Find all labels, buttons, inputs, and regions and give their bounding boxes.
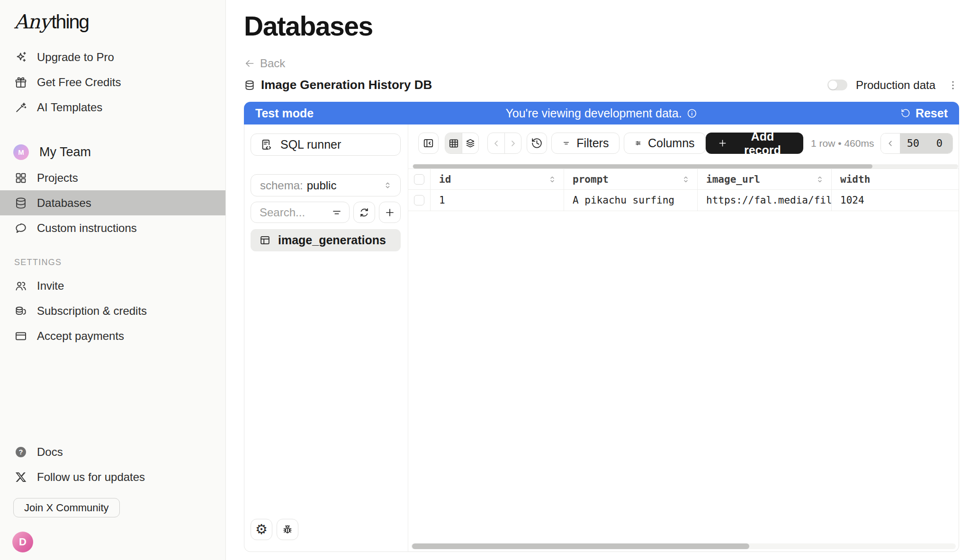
filters-button[interactable]: Filters	[551, 133, 620, 154]
refresh-tables-button[interactable]	[353, 202, 375, 223]
sidebar-item-label: Custom instructions	[37, 222, 137, 235]
add-record-button[interactable]: Add record	[706, 133, 803, 154]
grid-icon	[14, 171, 27, 185]
sidebar-item-label: Follow us for updates	[37, 471, 145, 484]
test-mode-label: Test mode	[255, 107, 314, 120]
team-avatar: M	[13, 144, 29, 160]
coins-icon	[14, 304, 27, 318]
production-data-toggle[interactable]	[827, 80, 847, 90]
database-icon	[244, 80, 255, 91]
cell-width[interactable]: 1024	[831, 190, 959, 211]
sql-runner-button[interactable]: SQL runner	[251, 133, 401, 156]
database-name: Image Generation History DB	[261, 78, 432, 92]
sidebar-item-follow-updates[interactable]: Follow us for updates	[0, 464, 225, 489]
search-input[interactable]	[260, 206, 331, 219]
sidebar-item-accept-payments[interactable]: Accept payments	[0, 323, 225, 348]
cell-prompt[interactable]: A pikachu surfing	[564, 190, 697, 211]
users-icon	[14, 279, 27, 293]
svg-text:?: ?	[19, 448, 23, 456]
column-header-width[interactable]: width	[831, 169, 959, 189]
pager-prev-button[interactable]	[881, 133, 900, 153]
panel-collapse-icon	[422, 137, 434, 149]
history-button[interactable]	[527, 133, 547, 154]
sidebar-item-upgrade-to-pro[interactable]: Upgrade to Pro	[0, 44, 225, 70]
next-page-button[interactable]	[504, 133, 521, 153]
scrollbar-thumb[interactable]	[413, 164, 872, 169]
sidebar-item-label: Get Free Credits	[37, 76, 121, 89]
sidebar-item-label: Databases	[37, 196, 91, 210]
file-code-icon	[260, 138, 273, 151]
sliders-icon	[635, 137, 642, 149]
reset-icon	[900, 108, 911, 118]
horizontal-scrollbar-top[interactable]	[413, 164, 958, 169]
sidebar-item-label: Projects	[37, 171, 78, 185]
database-title: Image Generation History DB	[244, 78, 432, 92]
select-all-cell	[408, 169, 430, 189]
sidebar-item-docs[interactable]: ? Docs	[0, 439, 225, 464]
reset-button[interactable]: Reset	[900, 107, 948, 120]
add-record-label: Add record	[734, 130, 791, 157]
info-icon[interactable]	[687, 108, 698, 119]
column-label: image_url	[706, 174, 760, 185]
sidebar-item-label: Docs	[37, 445, 63, 459]
row-checkbox[interactable]	[414, 195, 424, 205]
user-avatar[interactable]: D	[12, 532, 33, 552]
settings-button[interactable]: ⚙	[251, 519, 272, 540]
cell-image-url[interactable]: https://fal.media/file…	[697, 190, 831, 211]
sidebar-item-ai-templates[interactable]: AI Templates	[0, 95, 225, 120]
cell-id[interactable]: 1	[430, 190, 564, 211]
sidebar-item-get-free-credits[interactable]: Get Free Credits	[0, 70, 225, 95]
table-row[interactable]: 1 A pikachu surfing https://fal.media/fi…	[408, 190, 959, 211]
page-offset-value[interactable]: 0	[926, 133, 952, 153]
sidebar-item-label: Upgrade to Pro	[37, 51, 114, 64]
columns-button[interactable]: Columns	[624, 133, 705, 154]
team-switcher[interactable]: M My Team	[0, 139, 225, 165]
data-grid-area: Filters Columns Add record 1 row • 460ms	[408, 124, 959, 551]
back-link[interactable]: Back	[244, 57, 285, 70]
test-mode-banner: Test mode You're viewing development dat…	[244, 102, 959, 124]
sidebar-item-databases[interactable]: Databases	[0, 190, 225, 215]
sort-icon[interactable]	[815, 175, 825, 184]
table-list-item-image-generations[interactable]: image_generations	[251, 229, 401, 251]
column-label: width	[840, 174, 870, 185]
sort-icon[interactable]	[548, 175, 557, 184]
plus-icon	[384, 207, 395, 218]
refresh-icon	[359, 207, 370, 218]
column-header-prompt[interactable]: prompt	[564, 169, 697, 189]
sidebar-item-custom-instructions[interactable]: Custom instructions	[0, 215, 225, 240]
filter-lines-icon[interactable]	[331, 207, 342, 218]
collapse-panel-button[interactable]	[418, 133, 439, 154]
filters-label: Filters	[576, 136, 609, 150]
logo-serif-part: Any	[14, 10, 50, 33]
table-view-button[interactable]	[445, 133, 462, 153]
column-header-id[interactable]: id	[430, 169, 564, 189]
x-logo-icon	[14, 471, 27, 484]
settings-heading: SETTINGS	[14, 258, 225, 267]
sidebar-item-label: AI Templates	[37, 101, 102, 114]
sort-icon[interactable]	[681, 175, 691, 184]
table-search	[251, 202, 350, 223]
sidebar-item-invite[interactable]: Invite	[0, 273, 225, 298]
app-logo[interactable]: Anything	[14, 9, 225, 34]
sql-runner-label: SQL runner	[280, 138, 341, 151]
chevron-left-icon	[885, 138, 896, 149]
layers-view-button[interactable]	[462, 133, 478, 153]
banner-message: You're viewing development data.	[505, 107, 682, 120]
gift-icon	[14, 76, 27, 89]
add-table-button[interactable]	[379, 202, 401, 223]
sidebar: Anything Upgrade to Pro Get Free Credits…	[0, 0, 226, 560]
page-size-value[interactable]: 50	[900, 133, 926, 153]
sidebar-item-subscription-credits[interactable]: Subscription & credits	[0, 298, 225, 323]
team-name: My Team	[39, 145, 91, 160]
debug-button[interactable]	[277, 519, 298, 540]
scrollbar-thumb[interactable]	[412, 543, 749, 549]
kebab-menu-icon[interactable]	[947, 79, 959, 91]
horizontal-scrollbar-bottom[interactable]	[411, 543, 956, 549]
select-all-checkbox[interactable]	[414, 174, 424, 185]
column-header-image-url[interactable]: image_url	[697, 169, 831, 189]
sidebar-item-projects[interactable]: Projects	[0, 165, 225, 190]
join-x-community-button[interactable]: Join X Community	[13, 498, 120, 517]
chat-icon	[14, 222, 27, 235]
schema-select[interactable]: schema: public	[251, 174, 401, 196]
prev-page-button[interactable]	[488, 133, 504, 153]
